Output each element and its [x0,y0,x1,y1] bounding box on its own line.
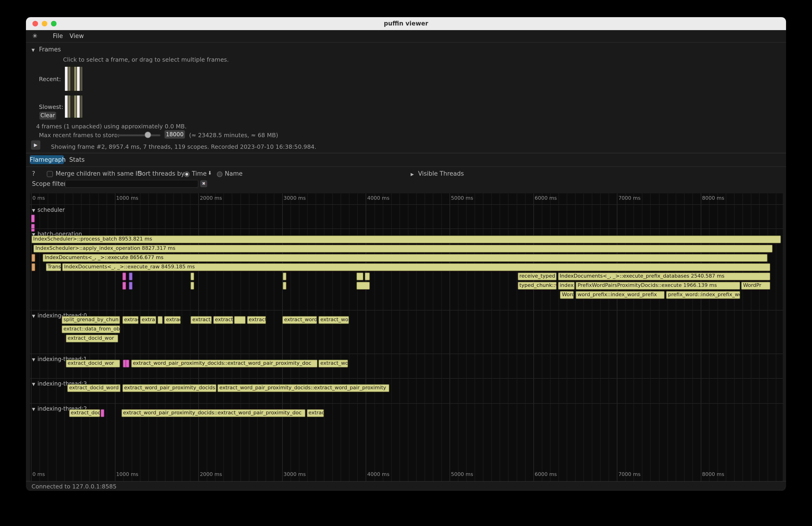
thread-separator [30,310,783,310]
app-menu-icon[interactable]: ✳ [32,30,38,42]
scope-bar[interactable]: IndexScheduler>::process_batch 8953.821 … [31,235,781,243]
scope-bar[interactable]: extrac [164,316,181,324]
scope-bar[interactable]: extract_word_pair_proximity_docids::extr… [131,360,317,367]
menu-file[interactable]: File [53,30,63,42]
recent-frames-thumbnail[interactable] [64,66,83,91]
sort-name-label[interactable]: Name [225,170,243,177]
scope-bar[interactable] [31,224,35,232]
frame-bar[interactable] [68,96,70,118]
scope-bar[interactable]: IndexScheduler>::apply_index_operation 8… [33,245,772,252]
frame-bar[interactable] [80,96,83,118]
slowest-frames-thumbnail[interactable] [64,95,83,118]
scope-bar[interactable]: Trans [46,263,61,271]
scope-bar[interactable] [283,282,287,290]
scope-bar[interactable]: extract::data_from_ob [62,325,120,333]
scope-bar[interactable] [129,273,133,280]
menu-bar: ✳ File View [26,30,786,43]
clear-button[interactable]: Clear [39,112,56,120]
scope-bar[interactable]: extract_doc [69,409,100,417]
max-frames-note: (≈ 23428.5 minutes, ≈ 68 MB) [189,132,278,138]
frame-bar[interactable] [77,67,79,91]
scope-bar[interactable] [129,282,133,290]
scope-bar[interactable]: receive_typed [518,273,557,280]
thread-header[interactable]: ▼scheduler [32,207,65,213]
scope-bar[interactable]: extract_word_pair_proximity_docids [122,384,216,392]
scope-bar[interactable] [122,273,126,280]
scope-bar[interactable] [31,254,35,262]
scope-filter-input[interactable] [65,180,198,188]
scope-bar[interactable] [357,273,363,280]
merge-checkbox[interactable] [47,171,53,177]
scope-bar[interactable]: extract_docid_word [67,384,120,392]
scope-bar[interactable]: split_grenad_by_chun [62,316,120,324]
scope-bar[interactable]: extract_word_pair_proximity_docids::extr… [218,384,390,392]
max-frames-slider[interactable] [113,132,160,138]
thread-separator [30,403,783,404]
radio-dot [185,173,188,176]
sort-time-radio[interactable] [184,172,190,177]
scope-bar[interactable]: extrac [307,409,324,417]
tab-flamegraph[interactable]: Flamegraph [30,155,64,164]
frames-section-header[interactable]: ▼ Frames [31,46,61,53]
sort-direction-icon[interactable]: ⬇ [208,170,212,176]
axis-tick-label: 2000 ms [200,471,222,477]
flamegraph-canvas[interactable]: 0 ms0 ms1000 ms1000 ms2000 ms2000 ms3000… [30,193,783,481]
clear-filter-button[interactable]: ✖ [200,180,207,187]
max-frames-value[interactable]: 18000 [164,130,185,138]
play-button[interactable]: ▶ [31,141,40,150]
scope-bar[interactable]: extract_docid_wor [66,335,118,342]
frame-bar[interactable] [80,67,83,91]
scope-bar[interactable]: extract_word [282,316,317,324]
scope-bar[interactable] [234,316,245,324]
scope-bar[interactable]: extract [247,316,266,324]
scope-bar[interactable]: extract_ [213,316,233,324]
scope-bar[interactable]: extract_docid_wor [66,360,120,367]
scope-bar[interactable] [357,282,370,290]
scope-bar[interactable] [31,263,35,271]
scope-bar[interactable] [190,282,194,290]
merge-label[interactable]: Merge children with same ID [56,170,142,177]
visible-threads-header[interactable]: ▶ Visible Threads [411,170,464,177]
scope-bar[interactable]: extract_ [190,316,212,324]
scope-bar[interactable] [190,273,194,280]
help-button[interactable]: ? [32,170,35,177]
axis-tick-label: 1000 ms [116,471,138,477]
scope-bar[interactable] [158,316,163,324]
frame-bar[interactable] [77,96,79,118]
scope-bar[interactable]: Word [560,291,574,299]
scope-bar[interactable]: extract_word_pair_proximity_docids::extr… [121,409,306,417]
sort-time-label[interactable]: Time [192,170,207,177]
frame-bar[interactable] [68,67,70,91]
title-bar[interactable]: puffin viewer [26,17,786,31]
scope-bar[interactable]: IndexDocuments<_, _>::execute 8656.677 m… [43,254,768,262]
scope-bar[interactable]: index [558,282,575,290]
scope-bar[interactable] [283,273,287,280]
frame-bar[interactable] [65,67,68,91]
frame-bar[interactable] [71,67,73,91]
scope-bar[interactable]: WordPr [741,282,770,290]
frame-bar[interactable] [74,96,76,118]
scope-bar[interactable] [122,282,126,290]
scope-bar[interactable]: typed_chunk::w [518,282,557,290]
scope-bar[interactable]: IndexDocuments<_, _>::execute_raw 8459.1… [62,263,770,271]
scope-bar[interactable]: prefix_word::index_prefix_wo [666,291,740,299]
scope-bar[interactable] [100,409,104,417]
frame-bar[interactable] [74,67,76,91]
scope-bar[interactable]: IndexDocuments<_, _>::execute_prefix_dat… [558,273,770,280]
frame-bar[interactable] [71,96,73,118]
frame-bar[interactable] [65,96,68,118]
scope-bar[interactable]: PrefixWordPairsProximityDocids::execute … [576,282,740,290]
scope-bar[interactable]: extra [140,316,156,324]
scope-bar[interactable]: extract_wo [318,316,349,324]
scope-bar[interactable]: extract [122,316,138,324]
menu-view[interactable]: View [70,30,84,42]
scope-bar[interactable]: word_prefix::index_word_prefix [576,291,665,299]
scope-bar[interactable]: extract_wo [318,360,348,367]
scope-bar[interactable] [31,215,35,222]
desktop: puffin viewer ✳ File View ▼ Frames Click… [0,0,812,526]
scope-bar[interactable] [364,273,369,280]
scope-bar[interactable] [126,360,130,367]
tab-stats[interactable]: Stats [67,155,87,164]
sort-name-radio[interactable] [217,172,222,177]
slider-knob[interactable] [145,132,151,138]
